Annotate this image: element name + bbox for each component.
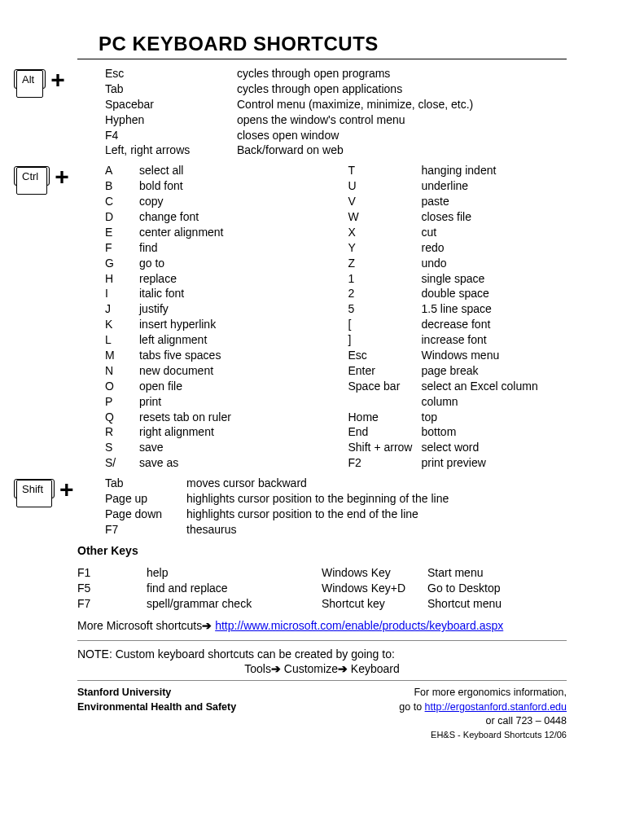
shortcut-desc: paste [422,194,567,209]
table-row: Qresets tab on ruler [105,410,324,425]
shortcut-desc: tabs five spaces [139,348,324,363]
shortcut-key: Y [348,240,422,256]
plus-icon: + [50,68,65,92]
shortcut-key: Windows Key+D [322,581,427,596]
plus-icon: + [59,477,74,502]
shortcut-key: H [105,271,139,287]
table-row: Endbottom [348,424,567,440]
table-row: Ssave [105,440,324,455]
shortcut-desc: resets tab on ruler [139,410,324,425]
shortcut-key: M [105,348,139,363]
shortcut-key: P [105,394,139,410]
microsoft-link[interactable]: http://www.microsoft.com/enable/products… [215,619,503,632]
shortcut-desc: save [139,440,324,455]
shortcut-desc: increase font [422,332,567,348]
shift-keycap: Shift [14,479,55,498]
shortcut-desc: Back/forward on web [237,143,567,158]
divider [77,680,567,681]
table-row: [decrease font [348,317,567,332]
table-row: F2print preview [348,455,567,471]
shortcut-desc: Control menu (maximize, minimize, close,… [237,97,567,112]
shortcut-key: F7 [77,596,147,612]
table-row: Zundo [348,256,567,271]
footer-info1: For more ergonomics information, [399,686,567,700]
shortcut-desc: bottom [422,424,567,440]
shortcut-key: Shift + arrow [348,440,422,455]
table-row: Windows Key+DGo to Desktop [322,581,567,596]
shortcut-key: T [348,163,422,178]
table-row: Bbold font [105,178,324,194]
footer-doc-id: EH&S - Keyboard Shortcuts 12/06 [399,729,567,741]
shortcut-desc: select word [422,440,567,455]
shortcut-key: B [105,178,139,194]
shortcut-desc: find [139,240,324,256]
shortcut-key: Tab [105,476,186,491]
shortcut-key: Esc [348,348,422,363]
table-row: 2double space [348,286,567,301]
shortcut-desc: underline [422,178,567,194]
shortcut-desc: redo [422,240,567,256]
footer-org1: Stanford University [77,686,236,700]
shortcut-key: Tab [105,81,237,97]
table-row: Xcut [348,225,567,240]
shortcut-desc: bold font [139,178,324,194]
shortcut-desc: select an Excel column column [422,379,567,410]
table-row: Hometop [348,410,567,425]
shortcut-desc: Shortcut menu [427,596,502,612]
shortcut-desc: page break [422,363,567,379]
shortcut-desc: center alignment [139,225,324,240]
shortcut-desc: new document [139,363,324,379]
shortcut-key: C [105,194,139,209]
shortcut-desc: print preview [422,455,567,471]
table-row: Windows KeyStart menu [322,565,567,581]
ergo-link[interactable]: http://ergostanford.stanford.edu [425,701,567,713]
shortcut-key: Page up [105,491,186,507]
shortcut-key: W [348,209,422,225]
table-row: F7thesaurus [105,522,567,538]
table-row: Kinsert hyperlink [105,317,324,332]
shortcut-key: F [105,240,139,256]
shortcut-key: Page down [105,507,186,522]
arrow-icon: ➔ [271,662,281,675]
shortcut-desc: cut [422,225,567,240]
shortcut-key: Left, right arrows [105,143,237,158]
shortcut-key: X [348,225,422,240]
shortcut-desc: highlights cursor position to the beginn… [186,491,567,507]
shortcut-desc: go to [139,256,324,271]
shortcut-desc: select all [139,163,324,178]
shortcut-desc: justify [139,301,324,317]
table-row: Uunderline [348,178,567,194]
shortcut-key: D [105,209,139,225]
shortcut-desc: save as [139,455,324,471]
shortcut-desc: copy [139,194,324,209]
shortcut-key: Home [348,410,422,425]
shortcut-desc: single space [422,271,567,287]
shortcut-key: ] [348,332,422,348]
table-row: Shift + arrowselect word [348,440,567,455]
table-row: Shortcut keyShortcut menu [322,596,567,612]
more-shortcuts-line: More Microsoft shortcuts➔ http://www.mic… [77,619,567,632]
shortcut-key: Q [105,410,139,425]
shortcut-desc: Start menu [427,565,483,581]
table-row: F1help [77,565,322,581]
table-row: Enterpage break [348,363,567,379]
footer-phone: or call 723 – 0448 [399,714,567,729]
shortcut-desc: italic font [139,286,324,301]
shortcut-desc: closes open window [237,128,567,143]
shortcut-key: Shortcut key [322,596,427,612]
shortcut-desc: change font [139,209,324,225]
table-row: Dchange font [105,209,324,225]
shortcut-key: A [105,163,139,178]
table-row: S/save as [105,455,324,471]
shortcut-desc: spell/grammar check [147,596,252,612]
footer: Stanford University Environmental Health… [77,686,567,741]
shortcut-desc: thesaurus [186,522,567,538]
plus-icon: + [55,165,69,189]
shortcut-key: F7 [105,522,186,538]
shortcut-key: Windows Key [322,565,427,581]
shortcut-desc: insert hyperlink [139,317,324,332]
table-row: Thanging indent [348,163,567,178]
footer-org2: Environmental Health and Safety [77,700,236,715]
shortcut-desc: top [422,410,567,425]
shortcut-key: J [105,301,139,317]
